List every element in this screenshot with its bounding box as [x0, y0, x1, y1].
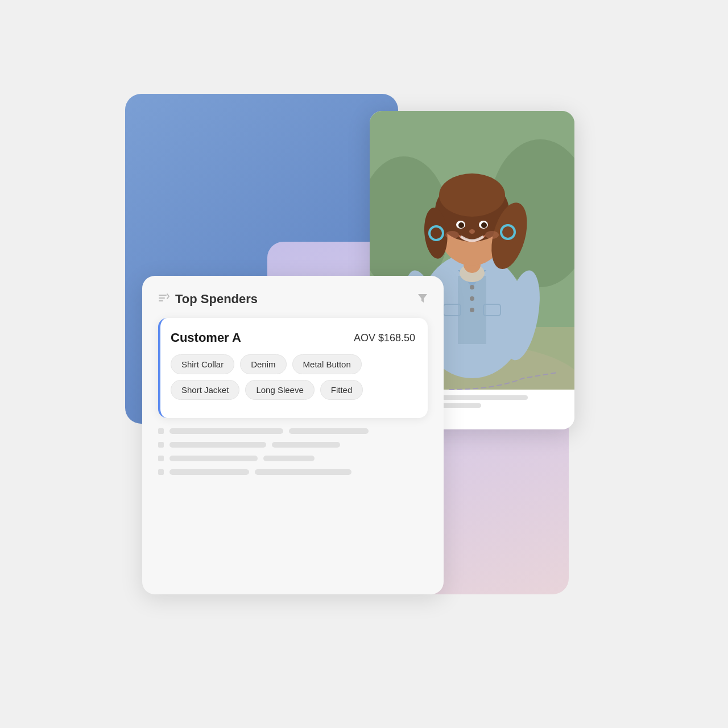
- svg-point-20: [481, 222, 487, 228]
- dashed-connector-line: [449, 367, 563, 412]
- skeleton-dot-4: [158, 469, 164, 475]
- tag-fitted[interactable]: Fitted: [320, 380, 363, 400]
- aov-value: AOV $168.50: [354, 332, 415, 344]
- panel-title: Top Spenders: [175, 292, 258, 307]
- aov-label: AOV: [354, 332, 375, 344]
- tag-short-jacket[interactable]: Short Jacket: [171, 380, 239, 400]
- skeleton-line-6: [263, 456, 315, 461]
- skeleton-line-4: [272, 442, 340, 448]
- customer-header: Customer A AOV $168.50: [171, 330, 415, 345]
- svg-point-27: [470, 296, 474, 301]
- svg-point-28: [470, 308, 474, 312]
- svg-point-23: [469, 229, 475, 234]
- skeleton-line-1: [169, 428, 283, 434]
- tag-metal-button[interactable]: Metal Button: [292, 354, 362, 374]
- svg-point-16: [439, 173, 505, 217]
- svg-point-24: [445, 231, 459, 239]
- panel-header: Top Spenders: [158, 292, 428, 307]
- skeleton-row-3: [158, 456, 428, 461]
- skeleton-line-5: [169, 456, 258, 461]
- svg-point-25: [485, 231, 499, 239]
- svg-point-26: [470, 285, 474, 289]
- skeleton-line-8: [255, 469, 351, 475]
- aov-amount: $168.50: [378, 332, 415, 344]
- skeleton-line-2: [289, 428, 369, 434]
- tag-denim[interactable]: Denim: [240, 354, 286, 374]
- scene: Top Spenders Customer A AOV $168.50 Shir…: [108, 94, 620, 634]
- skeleton-rows: [158, 428, 428, 475]
- skeleton-row-1: [158, 428, 428, 434]
- tags-row-2: Short Jacket Long Sleeve Fitted: [171, 380, 415, 400]
- skeleton-line-7: [169, 469, 249, 475]
- tag-shirt-collar[interactable]: Shirt Collar: [171, 354, 234, 374]
- top-spenders-panel: Top Spenders Customer A AOV $168.50 Shir…: [142, 276, 444, 594]
- customer-name: Customer A: [171, 330, 241, 345]
- sort-icon: [158, 293, 169, 306]
- svg-marker-34: [418, 294, 427, 303]
- panel-title-group: Top Spenders: [158, 292, 258, 307]
- skeleton-dot-1: [158, 428, 164, 434]
- filter-icon[interactable]: [417, 293, 428, 306]
- tags-row-1: Shirt Collar Denim Metal Button: [171, 354, 415, 374]
- skeleton-row-2: [158, 442, 428, 448]
- skeleton-line-3: [169, 442, 266, 448]
- skeleton-dot-3: [158, 456, 164, 461]
- tag-long-sleeve[interactable]: Long Sleeve: [245, 380, 314, 400]
- skeleton-dot-2: [158, 442, 164, 448]
- skeleton-row-4: [158, 469, 428, 475]
- svg-point-19: [458, 222, 464, 228]
- customer-card: Customer A AOV $168.50 Shirt Collar Deni…: [158, 318, 428, 418]
